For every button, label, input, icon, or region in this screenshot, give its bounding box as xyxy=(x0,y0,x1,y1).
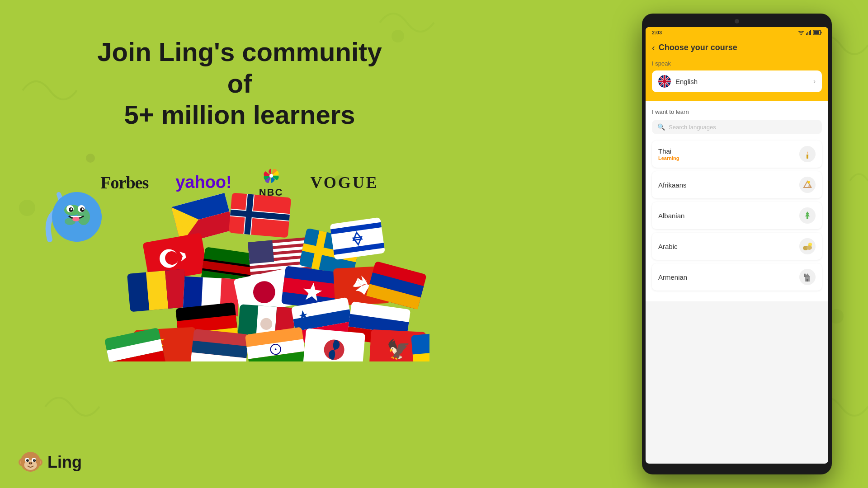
svg-rect-133 xyxy=(807,279,808,282)
signal-icon xyxy=(806,30,811,35)
svg-marker-135 xyxy=(804,273,806,274)
svg-point-144 xyxy=(26,459,29,462)
headline-line1: Join Ling's community of xyxy=(97,37,382,98)
speak-label: I speak xyxy=(652,60,822,67)
tablet-screen: 2:03 xyxy=(646,27,828,464)
svg-point-150 xyxy=(31,463,32,464)
status-time: 2:03 xyxy=(652,30,662,35)
app-header: ‹ Choose your course xyxy=(646,38,828,60)
arabic-icon xyxy=(799,238,816,254)
yahoo-logo: yahoo! xyxy=(175,173,232,192)
armenian-icon xyxy=(799,269,816,285)
battery-icon xyxy=(813,30,822,35)
svg-point-149 xyxy=(29,463,30,464)
svg-marker-126 xyxy=(807,183,812,188)
svg-point-124 xyxy=(807,155,809,155)
ling-brand-text: Ling xyxy=(47,453,82,472)
svg-point-146 xyxy=(28,460,28,460)
status-bar: 2:03 xyxy=(646,27,828,38)
svg-point-145 xyxy=(33,459,36,462)
svg-point-130 xyxy=(808,243,812,246)
thai-name: Thai xyxy=(658,147,679,155)
language-item-thai[interactable]: Thai Learning xyxy=(652,141,822,168)
svg-point-105 xyxy=(801,34,802,35)
svg-point-147 xyxy=(34,460,35,460)
language-item-afrikaans[interactable]: Afrikaans xyxy=(652,171,822,198)
svg-text:🦅: 🦅 xyxy=(386,338,411,361)
app-title: Choose your course xyxy=(659,43,737,52)
svg-rect-44 xyxy=(248,240,274,264)
search-box[interactable]: 🔍 Search languages xyxy=(652,120,822,134)
nbc-peacock-icon xyxy=(260,167,282,185)
svg-rect-134 xyxy=(804,274,806,277)
arabic-name: Arabic xyxy=(658,243,678,250)
headline-line2: 5+ million learners xyxy=(124,100,355,129)
ling-logo: Ling xyxy=(18,450,82,474)
speak-section: I speak xyxy=(646,60,828,101)
language-item-albanian[interactable]: Albanian xyxy=(652,202,822,229)
back-button[interactable]: ‹ xyxy=(652,42,655,53)
flag-pile: 🦅 xyxy=(90,190,429,371)
svg-rect-107 xyxy=(807,32,808,35)
thai-tag: Learning xyxy=(658,155,679,161)
svg-point-16 xyxy=(71,208,72,210)
svg-rect-111 xyxy=(821,32,822,33)
thai-icon xyxy=(799,146,816,162)
learn-section: I want to learn 🔍 Search languages Thai … xyxy=(646,101,828,301)
svg-point-7 xyxy=(269,174,273,178)
svg-point-129 xyxy=(807,245,812,250)
svg-rect-106 xyxy=(806,33,807,35)
vogue-logo: VOGUE xyxy=(310,173,378,192)
svg-rect-108 xyxy=(809,31,810,35)
chevron-right-icon: › xyxy=(813,77,816,85)
current-language: English xyxy=(675,78,698,85)
left-content-area: Join Ling's community of 5+ million lear… xyxy=(81,36,398,198)
svg-point-17 xyxy=(82,208,84,210)
english-flag xyxy=(658,75,671,88)
svg-rect-112 xyxy=(814,31,819,34)
search-placeholder: Search languages xyxy=(669,124,716,131)
status-icons xyxy=(797,30,822,35)
afrikaans-name: Afrikaans xyxy=(658,181,687,189)
svg-rect-54 xyxy=(146,271,168,310)
language-list: Thai Learning xyxy=(652,141,822,291)
main-headline: Join Ling's community of 5+ million lear… xyxy=(81,36,398,131)
language-item-armenian[interactable]: Armenian xyxy=(652,263,822,291)
language-selector[interactable]: English › xyxy=(652,70,822,92)
learn-label: I want to learn xyxy=(652,108,822,115)
tablet-device: 2:03 xyxy=(642,14,832,474)
albanian-icon xyxy=(799,207,816,224)
search-icon: 🔍 xyxy=(657,123,665,131)
armenian-name: Armenian xyxy=(658,273,687,281)
tablet-camera xyxy=(735,19,739,23)
monkey-icon xyxy=(18,450,43,474)
svg-point-127 xyxy=(807,181,810,183)
svg-rect-109 xyxy=(810,30,811,35)
svg-point-18 xyxy=(72,217,80,221)
svg-point-0 xyxy=(19,200,35,216)
wifi-icon xyxy=(797,30,805,35)
language-item-arabic[interactable]: Arabic xyxy=(652,233,822,260)
afrikaans-icon xyxy=(799,177,816,193)
albanian-name: Albanian xyxy=(658,212,684,220)
svg-rect-123 xyxy=(807,155,808,159)
